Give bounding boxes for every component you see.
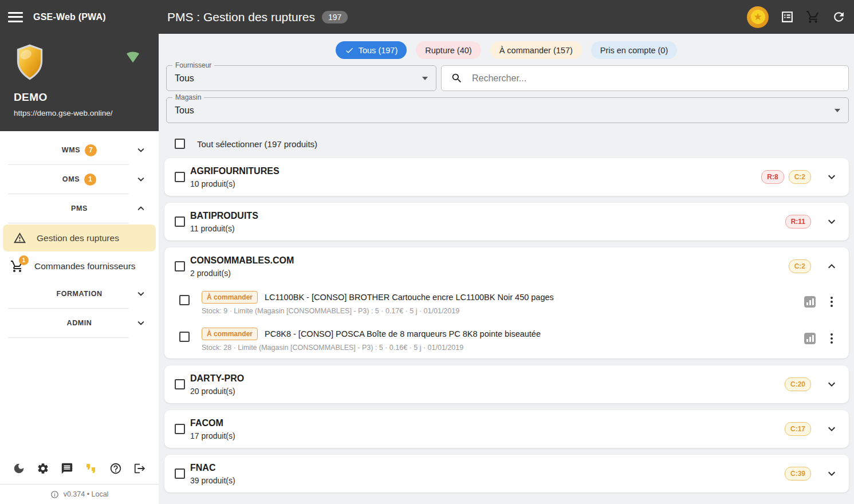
chip-rupture[interactable]: Rupture (40) (416, 41, 481, 59)
chat-icon[interactable] (61, 462, 73, 475)
menu-icon[interactable] (8, 12, 23, 22)
rupture-count-badge: R:8 (761, 170, 784, 184)
sidebar-item-label: Gestion des ruptures (37, 233, 119, 243)
star-glyph: ★ (751, 10, 765, 24)
moon-icon[interactable] (13, 462, 25, 475)
info-icon (50, 490, 59, 499)
supplier-checkbox[interactable] (175, 216, 185, 227)
page-header: PMS : Gestion des ruptures 197 (159, 10, 747, 24)
chip-label: Rupture (40) (425, 46, 471, 55)
supplier-card-consommables: CONSOMMABLES.COM 2 produit(s) C:2 À comm… (164, 247, 849, 359)
chevron-down-icon (135, 144, 147, 156)
refresh-icon[interactable] (832, 10, 846, 24)
version-row: v0.374 • Local (0, 485, 159, 504)
supplier-count: 39 produit(s) (190, 476, 780, 485)
supplier-header[interactable]: AGRIFOURNITURES 10 produit(s) R:8 C:2 (164, 158, 849, 196)
supplier-card-batiproduits: BATIPRODUITS 11 produit(s) R:11 (164, 203, 849, 241)
chevron-up-icon[interactable] (825, 259, 839, 273)
help-icon[interactable] (109, 462, 122, 475)
search-icon (451, 72, 463, 84)
fournisseur-value: Tous (175, 73, 194, 84)
count-badge: 7 (85, 144, 97, 156)
dropdown-arrow-icon (422, 77, 428, 80)
supplier-count: 2 produit(s) (190, 269, 784, 278)
sidebar-group-wms[interactable]: WMS 7 (0, 136, 159, 164)
search-input[interactable] (472, 73, 839, 84)
dropdown-arrow-icon (835, 109, 840, 112)
magasin-label: Magasin (172, 93, 204, 101)
count-badge: 1 (19, 255, 29, 265)
group-label: OMS (62, 175, 80, 183)
supplier-header[interactable]: DARTY-PRO 20 produit(s) C:20 (164, 365, 849, 403)
chip-label: À commander (157) (499, 46, 573, 55)
page-title: PMS : Gestion des ruptures (167, 10, 315, 24)
sidebar-group-admin[interactable]: ADMIN (0, 309, 159, 337)
sidebar-item-gestion-des-ruptures[interactable]: Gestion des ruptures (3, 225, 156, 251)
supplier-card-facom: FACOM 17 produit(s) C:17 (164, 410, 849, 448)
magasin-select[interactable]: Magasin Tous (166, 97, 849, 123)
sidebar-group-pms[interactable]: PMS (0, 194, 159, 223)
chip-label: Tous (197) (359, 46, 398, 55)
chevron-down-icon[interactable] (825, 467, 839, 481)
supplier-name: DARTY-PRO (190, 373, 780, 384)
supplier-checkbox[interactable] (175, 379, 185, 389)
stats-chart-icon[interactable] (804, 333, 816, 344)
product-stats: Stock: 28 · Limite (Magasin [CONSOMMABLE… (202, 344, 804, 352)
supplier-header[interactable]: FNAC 39 produit(s) C:39 (164, 455, 849, 493)
sidebar: DEMO https://demo.gse-web.online/ WMS 7 … (0, 34, 159, 504)
supplier-name: FNAC (190, 463, 780, 473)
feedback-icon[interactable] (84, 462, 98, 475)
supplier-header[interactable]: FACOM 17 produit(s) C:17 (164, 410, 849, 448)
gear-icon[interactable] (37, 462, 49, 475)
more-options-icon[interactable] (828, 294, 835, 309)
more-options-icon[interactable] (828, 331, 835, 346)
status-badge: À commander (202, 328, 258, 340)
product-checkbox[interactable] (179, 332, 190, 342)
supplier-checkbox[interactable] (175, 468, 185, 479)
supplier-header[interactable]: CONSOMMABLES.COM 2 produit(s) C:2 (164, 247, 849, 285)
filters-bar: Fournisseur Tous Magasin Tous (159, 59, 854, 123)
status-badge: À commander (202, 291, 258, 304)
chip-pris-en-compte[interactable]: Pris en compte (0) (591, 41, 677, 59)
supplier-count: 11 produit(s) (190, 224, 781, 233)
supplier-checkbox[interactable] (175, 261, 185, 271)
list-alt-icon[interactable] (780, 10, 794, 24)
count-badge: 1 (84, 174, 96, 186)
chip-label: Pris en compte (0) (600, 46, 668, 55)
chevron-down-icon (135, 288, 147, 300)
cart-icon[interactable] (806, 10, 820, 24)
product-title: LC1100BK - [CONSO] BROTHER Cartouche enc… (265, 293, 554, 302)
supplier-checkbox[interactable] (175, 172, 185, 182)
supplier-header[interactable]: BATIPRODUITS 11 produit(s) R:11 (164, 203, 849, 241)
version-label: v0.374 • Local (64, 490, 109, 498)
chevron-down-icon[interactable] (825, 215, 839, 229)
sidebar-item-commandes-fournisseurs[interactable]: 1 Commandes fournisseurs (0, 253, 159, 279)
select-all-label: Tout sélectionner (197 produits) (197, 139, 317, 149)
group-label: ADMIN (67, 319, 92, 327)
top-app-bar: GSE-Web (PWA) PMS : Gestion des ruptures… (0, 0, 854, 34)
stats-chart-icon[interactable] (804, 296, 816, 308)
supplier-checkbox[interactable] (175, 424, 185, 434)
fournisseur-select[interactable]: Fournisseur Tous (166, 65, 436, 91)
chevron-down-icon[interactable] (825, 377, 839, 391)
logout-icon[interactable] (133, 462, 146, 475)
supplier-card-darty-pro: DARTY-PRO 20 produit(s) C:20 (164, 365, 849, 403)
chevron-down-icon[interactable] (825, 170, 839, 184)
app-name: GSE-Web (PWA) (33, 12, 106, 22)
chevron-down-icon[interactable] (825, 422, 839, 436)
chip-a-commander[interactable]: À commander (157) (490, 41, 582, 59)
supplier-name: AGRIFOURNITURES (190, 166, 757, 176)
chevron-down-icon (135, 173, 147, 186)
page-count-badge: 197 (322, 11, 348, 23)
shield-logo (14, 44, 46, 81)
select-all-checkbox[interactable] (175, 139, 185, 149)
wifi-online-icon (124, 49, 141, 64)
star-badge-icon[interactable]: ★ (747, 6, 769, 28)
tenant-name: DEMO (14, 91, 145, 104)
sidebar-group-formation[interactable]: FORMATION (0, 279, 159, 308)
fournisseur-label: Fournisseur (172, 61, 214, 69)
chip-tous[interactable]: Tous (197) (336, 41, 407, 59)
supplier-name: CONSOMMABLES.COM (190, 255, 784, 266)
product-checkbox[interactable] (179, 295, 190, 305)
sidebar-group-oms[interactable]: OMS 1 (0, 165, 159, 194)
